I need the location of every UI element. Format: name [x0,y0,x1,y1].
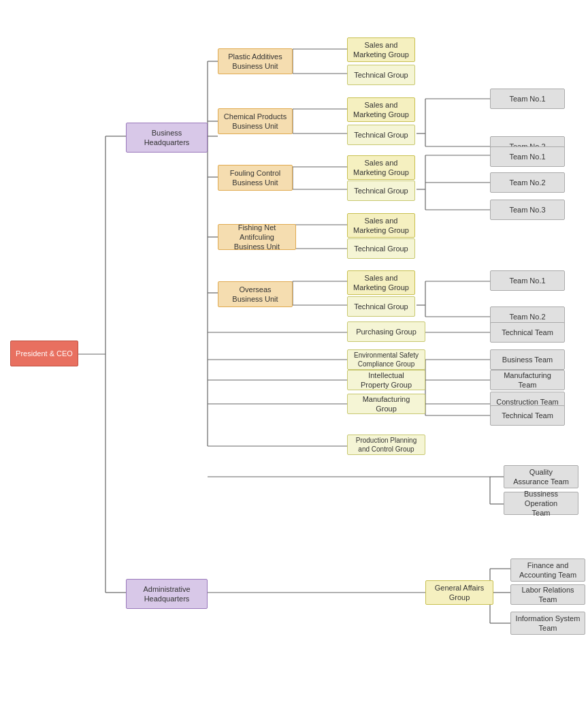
overseas-bu-node: OverseasBusiness Unit [218,281,293,307]
plastic-sales-node: Sales andMarketing Group [347,37,415,62]
fouling-bu-node: Fouling ControlBusiness Unit [218,165,293,191]
overseas-sales-node: Sales andMarketing Group [347,270,415,295]
biz-team-node: Business Team [490,349,565,370]
overseas-team1-node: Team No.1 [490,270,565,291]
purchasing-tech-node: Technical Team [490,322,565,343]
tech-team2-node: Technical Team [490,405,565,426]
purchasing-group-node: Purchasing Group [347,321,425,342]
env-group-node: Environmental SafetyCompliance Group [347,349,425,370]
biz-hq-node: BusinessHeadquarters [126,123,208,153]
fishnet-sales-node: Sales andMarketing Group [347,213,415,238]
chem-tech-node: Technical Group [347,125,415,145]
overseas-tech-node: Technical Group [347,296,415,317]
labor-team-node: Labor Relations Team [510,584,585,605]
plastic-tech-node: Technical Group [347,65,415,85]
general-affairs-node: General AffairsGroup [425,580,493,605]
ceo-node: President & CEO [10,341,78,366]
fouling-sales-node: Sales andMarketing Group [347,155,415,180]
fouling-team3-node: Team No.3 [490,200,565,220]
plastic-bu-node: Plastic AdditivesBusiness Unit [218,48,293,74]
chemical-bu-node: Chemical ProductsBusiness Unit [218,108,293,134]
fishnet-bu-node: Fishing Net AntifculingBusiness Unit [218,224,296,250]
fouling-tech-node: Technical Group [347,180,415,201]
fouling-team1-node: Team No.1 [490,146,565,167]
fishnet-tech-node: Technical Group [347,238,415,259]
chem-sales-node: Sales andMarketing Group [347,97,415,122]
mfg-team-node: Manufacturing Team [490,370,565,390]
finance-team-node: Finance andAccounting Team [510,558,585,582]
ip-group-node: IntellectualProperty Group [347,370,425,390]
mfg-group-node: Manufacturing Group [347,394,425,414]
biz-op-node: Bussiness OperationTeam [504,492,578,515]
prod-group-node: Production Planningand Control Group [347,435,425,455]
info-team-node: Information SystemTeam [510,612,585,635]
chem-team1-node: Team No.1 [490,89,565,109]
quality-team-node: QualityAssurance Team [504,465,578,488]
org-chart: President & CEO BusinessHeadquarters Adm… [0,0,588,27]
fouling-team2-node: Team No.2 [490,172,565,193]
adm-hq-node: AdministrativeHeadquarters [126,579,208,609]
